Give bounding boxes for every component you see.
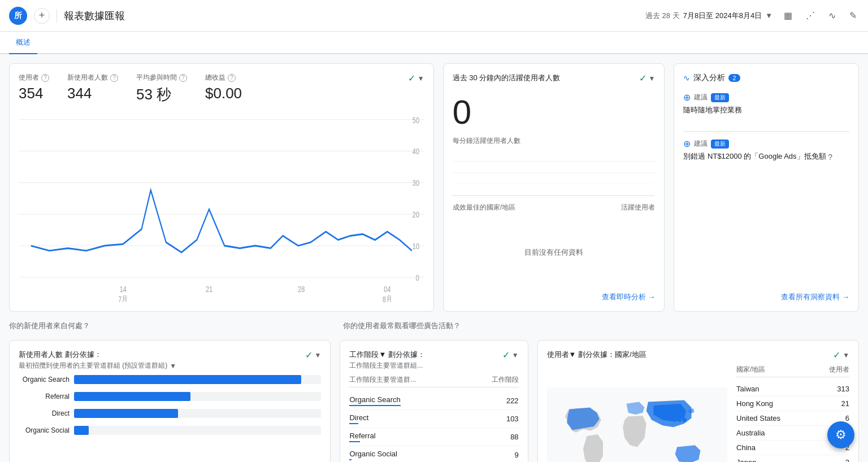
compare-icon[interactable]: ∿ xyxy=(826,8,838,23)
table-cell-right-3: 9 xyxy=(514,451,518,459)
users-info-icon[interactable]: ? xyxy=(41,74,49,82)
metric-users-label: 使用者 ? xyxy=(19,73,49,82)
bar-row-3: Organic Social xyxy=(19,426,321,435)
card-mid-title-block: 工作階段▼ 劃分依據： 工作階段主要管道群組... xyxy=(349,350,424,371)
bottom-row: 新使用者人數 劃分依據： 最初招攬到使用者的主要管道群組 (預設管道群組) ▼ … xyxy=(9,340,859,462)
card-right-dropdown[interactable]: ✓ ▼ xyxy=(833,350,849,360)
header: 所 + 報表數據匯報 過去 28 天 7月8日至 2024年8月4日 ▼ ▦ ⋰… xyxy=(0,0,868,32)
metrics-card: 使用者 ? 354 新使用者人數 ? 344 平 xyxy=(9,63,434,312)
new-users-info-icon[interactable]: ? xyxy=(110,74,118,82)
card-left-dropdown[interactable]: ✓ ▼ xyxy=(305,350,322,360)
engagement-info-icon[interactable]: ? xyxy=(179,74,187,82)
realtime-count: 0 xyxy=(453,93,656,132)
svg-text:28: 28 xyxy=(298,285,305,294)
line-chart: 50 40 30 20 10 0 14 21 28 04 7月 8月 xyxy=(19,111,424,302)
metrics-row: 使用者 ? 354 新使用者人數 ? 344 平 xyxy=(19,73,242,104)
edit-icon[interactable]: ✎ xyxy=(847,8,859,23)
realtime-divider xyxy=(453,195,656,196)
realtime-arrow-icon[interactable]: ▼ xyxy=(649,75,656,82)
insight-item-1: ⊕ 建議 最新 別錯過 NT$12000 的「Google Ads」抵免額 ? xyxy=(683,138,849,162)
card-right-arrow[interactable]: ▼ xyxy=(843,351,849,359)
table-cell-left-3: Organic Social xyxy=(349,450,397,460)
card-mid-dropdown[interactable]: ✓ ▼ xyxy=(502,350,519,360)
table-row-1: Direct 103 xyxy=(349,410,518,428)
metric-engagement-label: 平均參與時間 ? xyxy=(136,73,187,82)
card-left-dropdown-arrow[interactable]: ▼ xyxy=(170,362,176,370)
chart-icon[interactable]: ▦ xyxy=(782,8,795,23)
table-row-3: Organic Social 9 xyxy=(349,446,518,462)
country-val-1: 21 xyxy=(841,399,849,408)
col-left-header: 工作階段主要管道群... xyxy=(349,375,416,385)
table-cell-left-0: Organic Search xyxy=(349,395,400,406)
country-name-4: China xyxy=(736,443,756,452)
insights-badge: 2 xyxy=(728,74,740,82)
table-cell-right-2: 88 xyxy=(510,433,518,441)
table-header: 工作階段主要管道群... 工作階段 xyxy=(349,375,518,387)
svg-text:7月: 7月 xyxy=(118,294,128,302)
realtime-header: 過去 30 分鐘內的活躍使用者人數 ✓ ▼ xyxy=(453,73,656,84)
metrics-check-icon: ✓ xyxy=(408,73,415,84)
insights-trend-icon: ∿ xyxy=(683,73,690,82)
date-values: 7月8日至 2024年8月4日 xyxy=(683,11,762,21)
insight-text-0: 隨時隨地掌控業務 xyxy=(683,105,849,115)
revenue-info-icon[interactable]: ? xyxy=(228,74,236,82)
insight-badge-new-1: 最新 xyxy=(711,140,729,149)
country-row-5: Japan 2 xyxy=(736,455,849,462)
no-data-msg: 目前沒有任何資料 xyxy=(453,212,656,292)
svg-point-23 xyxy=(678,419,681,422)
country-val-0: 313 xyxy=(837,385,849,393)
active-users-label: 活躍使用者 xyxy=(621,203,655,212)
country-list: 國家/地區 使用者 Taiwan 313 Hong Kong 21 Unit xyxy=(736,365,849,462)
metric-engagement: 平均參與時間 ? 53 秒 xyxy=(136,73,187,104)
insights-card: ∿ 深入分析 2 ⊕ 建議 最新 隨時隨地掌控業務 ⊕ 建議 最新 xyxy=(674,63,859,312)
metric-revenue-label: 總收益 ? xyxy=(205,73,242,82)
date-dropdown-arrow[interactable]: ▼ xyxy=(765,11,772,20)
add-button[interactable]: + xyxy=(34,8,50,24)
insights-divider xyxy=(683,131,849,132)
realtime-link[interactable]: 查看即時分析 → xyxy=(453,292,656,302)
chart-svg: 50 40 30 20 10 0 14 21 28 04 7月 8月 xyxy=(19,111,424,302)
insight-help-icon[interactable]: ? xyxy=(828,152,832,162)
card-left-subtitle: 最初招攬到使用者的主要管道群組 (預設管道群組) ▼ xyxy=(19,361,176,371)
date-range[interactable]: 過去 28 天 7月8日至 2024年8月4日 ▼ xyxy=(645,11,772,21)
metric-new-users: 新使用者人數 ? 344 xyxy=(67,73,118,102)
map-svg xyxy=(547,365,727,462)
bar-fill-1 xyxy=(74,392,190,401)
country-name-1: Hong Kong xyxy=(736,399,773,408)
bar-fill-0 xyxy=(74,375,301,384)
fab-button[interactable]: ⚙ xyxy=(827,421,854,448)
share-icon[interactable]: ⋰ xyxy=(804,8,817,23)
card-mid: 工作階段▼ 劃分依據： 工作階段主要管道群組... ✓ ▼ 工作階段主要管道群.… xyxy=(340,340,528,462)
metric-users-value: 354 xyxy=(19,85,49,102)
card-right: 使用者▼ 劃分依據：國家/地區 ✓ ▼ xyxy=(537,340,859,462)
country-name-0: Taiwan xyxy=(736,385,759,393)
country-val-5: 2 xyxy=(845,458,849,462)
fab-icon: ⚙ xyxy=(835,428,847,442)
insights-footer: 查看所有洞察資料 → xyxy=(683,292,849,302)
svg-text:50: 50 xyxy=(413,115,419,125)
metrics-dropdown[interactable]: ✓ ▼ xyxy=(408,73,424,84)
insight-add-icon-1[interactable]: ⊕ xyxy=(683,138,691,149)
metric-revenue: 總收益 ? $0.00 xyxy=(205,73,242,102)
insights-title: ∿ 深入分析 2 xyxy=(683,73,740,83)
realtime-sub: 每分鐘活躍使用者人數 xyxy=(453,136,656,146)
realtime-title: 過去 30 分鐘內的活躍使用者人數 xyxy=(453,73,561,83)
tab-overview[interactable]: 概述 xyxy=(9,32,37,54)
top-row: 使用者 ? 354 新使用者人數 ? 344 平 xyxy=(9,63,859,312)
realtime-spark xyxy=(453,150,656,184)
svg-text:04: 04 xyxy=(384,285,390,294)
bar-track-3 xyxy=(74,426,321,435)
card-mid-arrow[interactable]: ▼ xyxy=(512,351,519,359)
card-left-arrow[interactable]: ▼ xyxy=(315,351,322,359)
header-actions: 過去 28 天 7月8日至 2024年8月4日 ▼ ▦ ⋰ ∿ ✎ xyxy=(645,8,859,23)
logo[interactable]: 所 xyxy=(9,7,27,25)
insight-row-1: ⊕ 建議 最新 xyxy=(683,138,849,149)
realtime-dropdown[interactable]: ✓ ▼ xyxy=(639,73,656,84)
insights-footer-link[interactable]: 查看所有洞察資料 → xyxy=(683,292,849,302)
metric-new-users-label: 新使用者人數 ? xyxy=(67,73,118,82)
card-right-inner: 使用者▼ 劃分依據：國家/地區 ✓ ▼ xyxy=(547,350,849,462)
bar-label-1: Referral xyxy=(19,393,70,400)
metrics-arrow-icon[interactable]: ▼ xyxy=(418,75,424,82)
bar-track-2 xyxy=(74,409,321,418)
insight-add-icon-0[interactable]: ⊕ xyxy=(683,92,691,103)
